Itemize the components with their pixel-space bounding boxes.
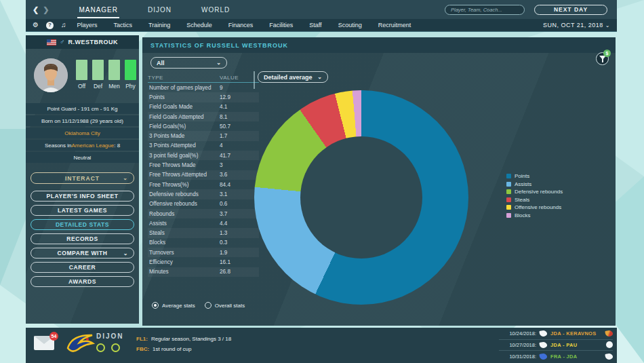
- main-tabs: MANAGERDIJONWORLD: [77, 1, 231, 18]
- competition-fl1: FL1:Regular season, Standings 3 / 18: [136, 334, 231, 344]
- radio-circle: [205, 302, 212, 309]
- mail-button[interactable]: 54: [34, 336, 54, 350]
- menu-item-finances[interactable]: Finances: [228, 22, 254, 28]
- competition-value: Regular season, Standings 3 / 18: [151, 336, 231, 342]
- fixture-fra-jda[interactable]: 10/31/2018:FRA - JDA: [499, 351, 613, 362]
- table-row-3-points-attempted: 3 Points Attempted4: [148, 141, 259, 151]
- chevron-down-icon: ⌄: [317, 74, 322, 80]
- menu-item-staff[interactable]: Staff: [309, 22, 321, 28]
- table-row-number-of-games-played: Number of games played9: [148, 83, 259, 92]
- legend-swatch: [506, 189, 511, 194]
- fixture-date: 10/27/2018:: [499, 342, 536, 348]
- mode-filter-dropdown[interactable]: Detailed average ⌄: [258, 71, 328, 83]
- stats-table: TYPE VALUE Number of games played9Points…: [148, 73, 259, 277]
- rating-label: Def: [94, 83, 102, 90]
- stat-value: 3.1: [220, 191, 259, 197]
- table-header: TYPE VALUE: [148, 73, 259, 83]
- radio-overall-stats[interactable]: Overall stats: [205, 302, 245, 309]
- stat-type: Field Goals(%): [148, 123, 220, 130]
- competition-value: 1st round of cup: [153, 346, 191, 352]
- rating-off: Off: [76, 60, 87, 90]
- sidebar-button-awards[interactable]: AWARDS: [31, 276, 134, 287]
- legend-item-assists: Assists: [506, 180, 563, 189]
- competition-label: FBC:: [136, 346, 149, 352]
- table-row-field-goals-attempted: Field Goals Attempted8.1: [148, 112, 259, 121]
- fixture-jda-pau[interactable]: 10/27/2018:JDA - PAU: [499, 340, 613, 351]
- table-row-3-points-made: 3 Points Made1.7: [148, 131, 259, 140]
- category-filter-value: All: [157, 60, 165, 66]
- tab-manager[interactable]: MANAGER: [77, 1, 119, 18]
- rating-label: Phy: [125, 83, 136, 90]
- league-ring-icon[interactable]: [96, 343, 105, 352]
- radio-average-stats[interactable]: Average stats: [152, 302, 195, 309]
- menu-item-recruitment[interactable]: Recruitment: [378, 22, 411, 28]
- legend-label: Points: [515, 173, 529, 179]
- menu-item-training[interactable]: Training: [148, 22, 170, 28]
- rating-bar-off: [76, 60, 87, 80]
- stat-type: Efficiency: [148, 259, 220, 265]
- competition-label: FL1:: [136, 336, 148, 342]
- home-team-logo: [539, 341, 547, 349]
- menu-item-scouting[interactable]: Scouting: [338, 22, 362, 28]
- table-row-defensive-rebounds: Defensive rebounds3.1: [148, 189, 259, 199]
- legend-label: Offensive rebounds: [515, 204, 561, 210]
- stat-type: Assists: [148, 221, 220, 227]
- player-sidebar: ♂ R.WESTBROUK OffDefMenPhy Point Guard -…: [26, 35, 139, 324]
- table-body: Number of games played9Points12.9Field G…: [148, 83, 259, 277]
- menu-item-tactics[interactable]: Tactics: [113, 22, 132, 28]
- menu-item-schedule[interactable]: Schedule: [186, 22, 212, 28]
- player-info-row-3: Seasons in American League: 8: [26, 140, 139, 151]
- stat-value: 3.6: [220, 172, 259, 178]
- away-team-logo: [605, 353, 613, 360]
- music-icon[interactable]: ♫: [61, 22, 66, 29]
- rating-men: Men: [108, 60, 120, 90]
- settings-icon[interactable]: ⚙: [33, 22, 39, 29]
- stat-type: 3 point field goal(%): [148, 153, 220, 159]
- nav-forward-icon[interactable]: ❯: [43, 5, 49, 14]
- table-scrollbar[interactable]: [254, 71, 255, 89]
- finance-filter-button[interactable]: $: [596, 52, 609, 65]
- menu-item-facilities[interactable]: Facilities: [269, 22, 293, 28]
- stat-value: 4.1: [220, 104, 259, 110]
- category-filter-dropdown[interactable]: All ⌄: [150, 57, 227, 69]
- tab-world[interactable]: WORLD: [200, 1, 231, 18]
- stat-type: Points: [148, 94, 220, 100]
- stat-type: Number of games played: [148, 85, 220, 91]
- player-info-row-0: Point Guard - 191 cm - 91 Kg: [26, 103, 139, 114]
- nav-back-icon[interactable]: ❮: [33, 5, 39, 14]
- rating-bars: OffDefMenPhy: [76, 60, 136, 90]
- mail-count-badge: 54: [49, 332, 58, 341]
- interact-button[interactable]: INTERACT ⌄: [31, 172, 134, 184]
- stats-panel-title: STATISTICS OF RUSSELL WESTBROUK: [142, 37, 616, 53]
- table-row-free-throws-made: Free Throws Made3: [148, 160, 259, 170]
- menu-item-players[interactable]: Players: [77, 22, 97, 28]
- cup-ring-icon[interactable]: [111, 343, 120, 352]
- help-icon[interactable]: ?: [46, 22, 54, 29]
- fixture-jda-keravnos[interactable]: 10/24/2018:JDA - KERAVNOS: [499, 328, 613, 340]
- chevron-down-icon: ⌄: [216, 60, 221, 66]
- search-input[interactable]: [445, 5, 525, 15]
- sidebar-button-records[interactable]: RECORDS: [31, 233, 134, 244]
- sidebar-button-player-s-info-sheet[interactable]: PLAYER'S INFO SHEET: [31, 191, 134, 202]
- rating-label: Men: [108, 83, 120, 90]
- fixture-date: 10/24/2018:: [499, 330, 536, 337]
- sidebar-button-latest-games[interactable]: LATEST GAMES: [31, 205, 134, 216]
- radio-label: Overall stats: [215, 303, 245, 309]
- sidebar-button-career[interactable]: CAREER: [31, 262, 134, 273]
- stat-type: Free Throws(%): [148, 182, 220, 188]
- money-badge: $: [603, 50, 611, 57]
- table-row-field-goals: Field Goals(%)50.7: [148, 121, 259, 131]
- competition-rings: [96, 343, 124, 352]
- legend-label: Blocks: [515, 212, 531, 218]
- table-row-turnovers: Turnovers1.9: [148, 248, 259, 257]
- tab-dijon[interactable]: DIJON: [146, 1, 173, 18]
- next-day-button[interactable]: NEXT DAY: [534, 5, 607, 15]
- sidebar-button-compare-with[interactable]: COMPARE WITH⌄: [31, 248, 134, 259]
- sidebar-button-detailed-stats[interactable]: DETAILED STATS: [31, 219, 134, 230]
- game-window: ❮ ❯ MANAGERDIJONWORLD NEXT DAY ⚙ ? ♫ Pla…: [0, 0, 644, 363]
- upcoming-fixtures: 10/24/2018:JDA - KERAVNOS10/27/2018:JDA …: [499, 328, 613, 362]
- table-row-steals: Steals1.3: [148, 228, 259, 237]
- stat-type: Blocks: [148, 240, 220, 246]
- date-selector[interactable]: SUN, OCT 21, 2018⌄: [543, 22, 610, 28]
- club-logo[interactable]: [65, 330, 96, 359]
